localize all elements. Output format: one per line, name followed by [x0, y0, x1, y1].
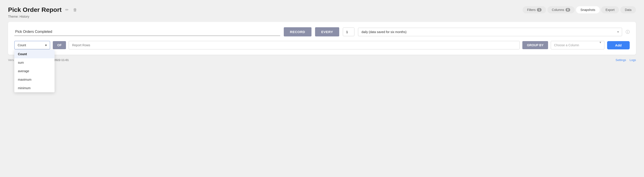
every-button[interactable]: EVERY [315, 27, 340, 36]
filters-button[interactable]: Filters 1 [522, 6, 546, 14]
theme-label: Theme: History [8, 15, 636, 18]
columns-count: 8 [566, 8, 570, 12]
filters-count: 1 [537, 8, 542, 12]
help-icon[interactable]: ⓘ [626, 29, 630, 35]
snapshots-label: Snapshots [580, 8, 595, 12]
dropdown-item-average[interactable]: average [14, 67, 54, 75]
record-button[interactable]: RECORD [284, 27, 312, 36]
trash-icon: 🗑 [73, 8, 77, 12]
choose-column-select[interactable]: Choose a Column [551, 41, 604, 50]
footer: Vers ItemPath | License Expires 2022-11-… [8, 55, 636, 62]
export-button[interactable]: Export [601, 6, 619, 14]
dropdown-item-minimum[interactable]: minimum [14, 84, 54, 92]
edit-icon: ✏ [65, 8, 69, 12]
of-label: OF [57, 43, 62, 47]
add-label: Add [615, 43, 622, 47]
delete-button[interactable]: 🗑 [72, 7, 78, 13]
record-label: RECORD [290, 30, 305, 34]
version-text: Vers [8, 58, 14, 62]
count-dropdown-wrapper: Count ▾ Count sum average maximum minimu… [14, 41, 50, 50]
metric-input[interactable] [14, 28, 280, 36]
add-button[interactable]: Add [607, 41, 630, 50]
number-input[interactable] [343, 28, 354, 36]
frequency-wrapper: daily (data saved for six months) weekly… [358, 28, 622, 36]
group-by-label: GROUP BY [527, 43, 544, 47]
data-label: Data [625, 8, 632, 12]
count-dropdown-menu: Count sum average maximum minimum [14, 50, 54, 92]
dropdown-item-sum[interactable]: sum [14, 58, 54, 67]
footer-links: Settings Logs [616, 58, 636, 62]
settings-link[interactable]: Settings [616, 58, 626, 62]
columns-button[interactable]: Columns 8 [548, 6, 575, 14]
top-navigation: Filters 1 Columns 8 Snapshots Export Dat… [522, 6, 636, 14]
data-button[interactable]: Data [620, 6, 636, 14]
edit-button[interactable]: ✏ [64, 6, 70, 13]
snapshot-card: RECORD EVERY daily (data saved for six m… [8, 22, 636, 55]
dropdown-item-maximum[interactable]: maximum [14, 75, 54, 84]
snapshot-row2: Count ▾ Count sum average maximum minimu… [14, 41, 630, 50]
filters-label: Filters [527, 8, 536, 12]
snapshots-button[interactable]: Snapshots [576, 6, 600, 14]
group-by-button[interactable]: GROUP BY [522, 41, 548, 49]
report-rows-input[interactable] [69, 41, 520, 50]
logs-link[interactable]: Logs [630, 58, 636, 62]
every-label: EVERY [321, 30, 333, 34]
of-button[interactable]: OF [53, 41, 66, 49]
columns-label: Columns [552, 8, 564, 12]
count-dropdown-arrow: ▾ [45, 43, 47, 47]
license-date: 2022-11-01 [54, 58, 69, 62]
count-select-button[interactable]: Count ▾ [14, 41, 50, 50]
snapshot-row1: RECORD EVERY daily (data saved for six m… [14, 27, 630, 36]
page-title: Pick Order Report [8, 6, 62, 14]
choose-column-wrapper: Choose a Column ▼ [551, 41, 604, 50]
export-label: Export [606, 8, 614, 12]
frequency-select[interactable]: daily (data saved for six months) weekly… [358, 28, 622, 36]
dropdown-item-count[interactable]: Count [14, 50, 54, 58]
count-select-label: Count [18, 43, 26, 47]
